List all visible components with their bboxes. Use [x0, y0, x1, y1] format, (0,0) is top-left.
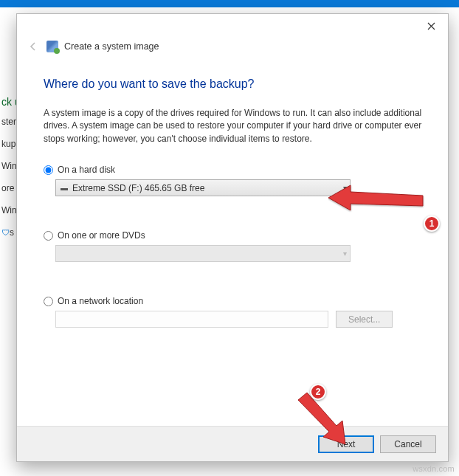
radio-dvd[interactable] [44, 231, 53, 241]
chevron-down-icon: ▾ [343, 184, 347, 192]
radio-network[interactable] [44, 297, 53, 306]
drive-dropdown[interactable]: ▬ Extreme SSD (F:) 465.65 GB free ▾ [55, 179, 351, 196]
bg-frag: ore [1, 183, 16, 193]
radio-dvd-label[interactable]: On one or more DVDs [58, 230, 145, 241]
option-network: On a network location Select... [44, 296, 424, 328]
radio-hard-disk-label[interactable]: On a hard disk [58, 165, 115, 175]
dialog-title: Create a system image [64, 41, 159, 52]
select-network-button: Select... [336, 311, 393, 328]
dialog-header: Create a system image [17, 38, 448, 61]
page-heading: Where do you want to save the backup? [44, 77, 424, 91]
background-sidebar-fragments: ster kup Win ore Win 🛡s [0, 111, 16, 249]
cancel-button[interactable]: Cancel [380, 435, 436, 453]
bg-frag: kup [1, 139, 16, 149]
page-description: A system image is a copy of the drives r… [44, 107, 424, 145]
background-titlebar [0, 0, 459, 7]
dialog-titlebar [17, 14, 448, 38]
bg-frag: 🛡s [1, 227, 16, 238]
network-path-input [55, 311, 328, 328]
hard-disk-icon: ▬ [61, 184, 68, 192]
chevron-down-icon: ▾ [343, 249, 347, 258]
option-dvd: On one or more DVDs ▾ [44, 230, 424, 262]
wizard-dialog: Create a system image Where do you want … [16, 13, 449, 462]
radio-hard-disk[interactable] [44, 165, 53, 175]
close-button[interactable] [418, 15, 444, 36]
shield-icon: 🛡 [1, 228, 10, 237]
dialog-content: Where do you want to save the backup? A … [17, 61, 448, 426]
radio-network-label[interactable]: On a network location [58, 296, 143, 306]
system-image-icon [46, 41, 58, 52]
bg-frag: Win [1, 161, 16, 171]
bg-frag: Win [1, 205, 16, 215]
bg-frag: ster [1, 117, 16, 127]
dvd-dropdown: ▾ [55, 245, 351, 262]
drive-dropdown-value: Extreme SSD (F:) 465.65 GB free [72, 183, 204, 193]
next-button[interactable]: Next [318, 435, 374, 453]
option-hard-disk: On a hard disk ▬ Extreme SSD (F:) 465.65… [44, 165, 424, 196]
dialog-footer: Next Cancel [17, 426, 448, 461]
watermark: wsxdn.com [413, 464, 455, 473]
back-button[interactable] [26, 39, 41, 54]
